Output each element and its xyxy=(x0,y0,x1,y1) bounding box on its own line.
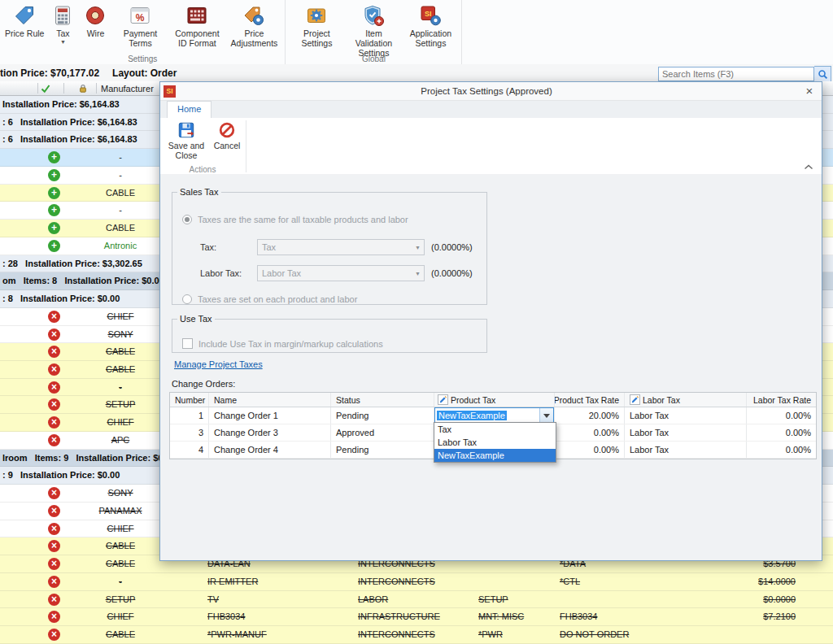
co-labor-rate-cell[interactable]: 0.00% xyxy=(747,407,816,424)
co-number-cell[interactable]: 3 xyxy=(170,424,209,441)
column-header-name[interactable]: Name xyxy=(209,393,331,407)
co-number-cell[interactable]: 4 xyxy=(170,442,209,458)
ribbon-button-label: Item Validation Settings xyxy=(347,28,399,58)
summary-text: : 28 Installation Price: $3,302.65 xyxy=(2,259,142,268)
chevron-down-icon: ▼ xyxy=(412,271,424,276)
product-tax-combobox[interactable]: NewTaxExample xyxy=(434,407,554,424)
co-name-cell[interactable]: Change Order 4 xyxy=(209,442,331,458)
approved-check-icon[interactable] xyxy=(41,84,50,94)
added-item-icon: + xyxy=(48,204,60,216)
change-orders-label: Change Orders: xyxy=(172,379,235,389)
grid-item-row[interactable]: ×SETUPTVLABORSETUP$0.0000 xyxy=(0,591,833,609)
column-header-labor-tax-rate[interactable]: Labor Tax Rate xyxy=(747,393,816,407)
combobox-dropdown-button[interactable] xyxy=(539,408,553,423)
co-labor-tax-cell[interactable]: Labor Tax xyxy=(625,424,747,441)
dialog-ribbon: Save and Close Cancel Actions xyxy=(160,118,822,176)
app-ribbon: Price RuleTax▼Wire%Payment TermsComponen… xyxy=(0,0,833,65)
dropdown-arrow-icon: ▼ xyxy=(60,39,66,45)
labor-tax-combobox-value: Labor Tax xyxy=(258,268,412,278)
co-status-cell[interactable]: Pending xyxy=(331,442,434,458)
co-name-cell[interactable]: Change Order 1 xyxy=(209,407,331,424)
installation-price-total: tion Price: $70,177.02 xyxy=(0,67,99,79)
dropdown-option[interactable]: NewTaxExample xyxy=(434,449,556,462)
ribbon-button-price-rule[interactable]: Price Rule xyxy=(2,2,46,38)
cancel-button[interactable]: Cancel xyxy=(209,121,245,150)
search-items-input[interactable] xyxy=(658,67,814,81)
removed-item-icon: × xyxy=(48,576,60,588)
ribbon-button-price-adjustments[interactable]: Price Adjustments xyxy=(225,2,282,48)
co-product-tax-cell[interactable]: NewTaxExample xyxy=(434,407,555,424)
co-labor-tax-cell[interactable]: Labor Tax xyxy=(625,407,747,424)
column-header-product-tax-rate[interactable]: Product Tax Rate xyxy=(555,393,625,407)
summary-text: lroom Items: 9 Installation Price: $0.00 xyxy=(2,453,176,463)
dropdown-option[interactable]: Labor Tax xyxy=(434,436,556,449)
dialog-title-bar[interactable]: SI Project Tax Settings (Approved) × xyxy=(160,82,822,101)
combobox-selected-value: NewTaxExample xyxy=(437,411,507,420)
tab-home[interactable]: Home xyxy=(167,101,212,118)
co-number-cell[interactable]: 1 xyxy=(170,407,209,424)
sales-tax-legend: Sales Tax xyxy=(177,187,221,197)
taxes-each-radio[interactable] xyxy=(182,294,192,304)
close-icon[interactable]: × xyxy=(797,83,822,99)
layout-selector[interactable]: Layout: Order xyxy=(112,67,177,79)
column-header-product-tax[interactable]: Product Tax xyxy=(434,393,555,407)
co-name-cell[interactable]: Change Order 3 xyxy=(209,424,331,441)
column-header-number[interactable]: Number xyxy=(170,393,209,407)
save-icon xyxy=(177,121,195,139)
labor-tax-combobox[interactable]: Labor Tax ▼ xyxy=(257,265,425,281)
manufacturer-column-header[interactable]: Manufacturer xyxy=(101,84,154,94)
tax-combobox[interactable]: Tax ▼ xyxy=(257,239,425,255)
manufacturer-cell: CABLE xyxy=(81,364,159,374)
model-cell: IR EMITTER xyxy=(207,577,258,586)
ribbon-group-settings: Price RuleTax▼Wire%Payment TermsComponen… xyxy=(0,0,286,64)
manufacturer-cell: - xyxy=(81,152,159,162)
manage-project-taxes-link[interactable]: Manage Project Taxes xyxy=(174,359,263,369)
search-button[interactable] xyxy=(814,66,831,82)
model-cell: TV xyxy=(207,594,219,604)
manufacturer-cell: APC xyxy=(81,435,159,445)
percent-card-icon: % xyxy=(129,4,151,27)
co-labor-tax-cell[interactable]: Labor Tax xyxy=(625,442,747,458)
dropdown-option[interactable]: Tax xyxy=(434,423,556,436)
added-item-icon: + xyxy=(48,187,60,199)
save-and-close-button[interactable]: Save and Close xyxy=(165,121,207,160)
ribbon-button-tax[interactable]: Tax▼ xyxy=(46,2,79,45)
search-items xyxy=(658,66,831,82)
ribbon-button-payment-terms[interactable]: %Payment Terms xyxy=(111,2,168,48)
co-labor-rate-cell[interactable]: 0.00% xyxy=(747,442,816,458)
column-header-labor-tax[interactable]: Labor Tax xyxy=(625,393,747,407)
manufacturer-cell: PANAMAX xyxy=(81,506,159,516)
co-status-cell[interactable]: Pending xyxy=(331,407,434,424)
grid-item-row[interactable]: ×CHIEFFHB3034INFRASTRUCTUREMNT: MISCFHB3… xyxy=(0,608,833,626)
manufacturer-cell: SONY xyxy=(81,329,159,339)
use-tax-checkbox[interactable] xyxy=(182,338,193,349)
ribbon-button-project-settings[interactable]: Project Settings xyxy=(288,2,345,48)
co-labor-rate-cell[interactable]: 0.00% xyxy=(747,424,816,441)
ribbon-button-application-settings[interactable]: SIApplication Settings xyxy=(402,2,459,48)
collapse-ribbon-icon[interactable] xyxy=(804,164,813,171)
labor-tax-header-label: Labor Tax xyxy=(643,395,680,405)
co-product-rate-cell[interactable]: 20.00% xyxy=(555,407,625,424)
co-status-cell[interactable]: Approved xyxy=(331,424,434,441)
lock-icon[interactable] xyxy=(78,84,88,94)
grid-item-row[interactable]: ×-IR EMITTERINTERCONNECTS*CTL$14.0000 xyxy=(0,573,833,591)
manufacturer-cell: CHIEF xyxy=(81,311,159,321)
co-product-rate-cell[interactable]: 0.00% xyxy=(555,442,625,458)
tax-rate: (0.0000%) xyxy=(431,242,473,252)
co-product-rate-cell[interactable]: 0.00% xyxy=(555,424,625,441)
phase-cell: *PWR xyxy=(478,629,503,639)
ribbon-divider xyxy=(246,120,246,172)
summary-text: : 8 Installation Price: $0.00 xyxy=(2,294,120,303)
removed-item-icon: × xyxy=(48,540,60,552)
ribbon-button-wire[interactable]: Wire xyxy=(79,2,111,38)
taxes-same-radio[interactable] xyxy=(182,215,192,224)
ribbon-button-item-validation-settings[interactable]: Item Validation Settings xyxy=(345,2,402,58)
added-item-icon: + xyxy=(48,222,60,234)
manufacturer-cell: SETUP xyxy=(81,594,159,604)
column-header-status[interactable]: Status xyxy=(331,393,434,407)
cancel-label: Cancel xyxy=(214,141,241,150)
grid-item-row[interactable]: ×CABLE*PWR-MANUFINTERCONNECTS*PWRDO NOT … xyxy=(0,626,833,644)
added-item-icon: + xyxy=(48,169,60,181)
summary-text: : 9 Installation Price: $0.00 xyxy=(2,470,120,480)
ribbon-button-component-id-format[interactable]: Component ID Format xyxy=(168,2,225,48)
